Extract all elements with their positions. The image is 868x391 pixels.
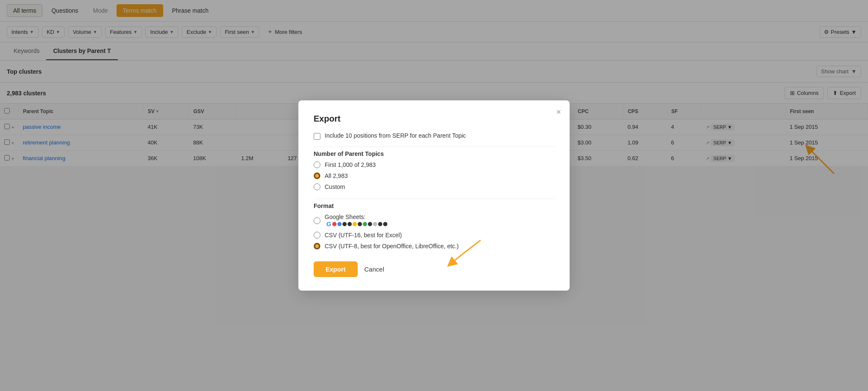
divider: [314, 147, 554, 147]
topics-radio-group: First 1,000 of 2,983 All 2,983 Custom: [314, 161, 554, 166]
export-modal: × Export Include 10 positions from SERP …: [298, 100, 570, 166]
include-serp-label: Include 10 positions from SERP for each …: [325, 132, 466, 139]
include-serp-checkbox[interactable]: [314, 133, 320, 140]
include-serp-row: Include 10 positions from SERP for each …: [314, 132, 554, 140]
radio-first-1000-label: First 1,000 of 2,983: [325, 161, 376, 166]
modal-overlay[interactable]: × Export Include 10 positions from SERP …: [0, 0, 868, 166]
number-of-topics-section: Number of Parent Topics First 1,000 of 2…: [314, 150, 554, 166]
modal-close-button[interactable]: ×: [556, 107, 561, 117]
modal-title: Export: [314, 114, 554, 124]
radio-row-first-1000: First 1,000 of 2,983: [314, 161, 554, 166]
number-of-topics-label: Number of Parent Topics: [314, 150, 554, 157]
radio-first-1000[interactable]: [314, 161, 320, 166]
